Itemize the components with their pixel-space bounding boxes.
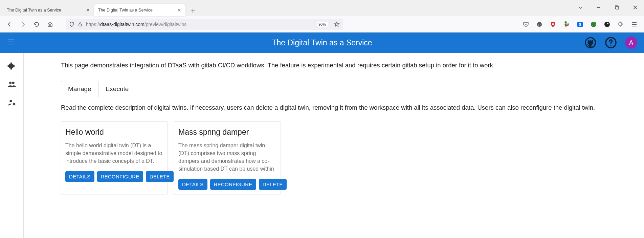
svg-rect-2 xyxy=(79,24,82,26)
close-tab-icon[interactable]: ✕ xyxy=(85,7,91,13)
browser-tab-title: The Digital Twin as a Service xyxy=(7,8,61,13)
svg-text:S: S xyxy=(579,22,581,26)
header-actions: A xyxy=(584,37,637,49)
digital-twin-card: Hello world The hello world digital twin… xyxy=(61,121,168,195)
card-description: The hello world digital twin (DT) is a s… xyxy=(65,142,163,165)
app-title: The Digital Twin as a Service xyxy=(272,38,372,47)
svg-point-10 xyxy=(604,22,610,27)
skype-icon[interactable]: S xyxy=(577,21,583,27)
svg-point-16 xyxy=(12,82,14,84)
url-text: https://dtaas-digitaltwin.com/preview/di… xyxy=(86,22,313,27)
close-tab-icon[interactable]: ✕ xyxy=(177,7,182,13)
reload-button[interactable] xyxy=(31,19,42,30)
browser-tab[interactable]: The Digital Twin as a Service ✕ xyxy=(94,4,185,16)
user-avatar[interactable]: A xyxy=(625,37,637,49)
browser-tab-title: The Digital Twin as a Service xyxy=(98,8,153,13)
zoom-level[interactable]: 90% xyxy=(316,22,328,27)
close-window-icon[interactable] xyxy=(629,3,641,12)
address-bar[interactable]: https://dtaas-digitaltwin.com/preview/di… xyxy=(66,19,343,30)
card-description: The mass spring damper digital twin (DT)… xyxy=(178,142,276,173)
extensions-puzzle-icon[interactable] xyxy=(618,21,624,27)
delete-button[interactable]: DELETE xyxy=(146,171,174,182)
svg-point-8 xyxy=(591,22,596,27)
bookmark-star-icon[interactable] xyxy=(334,21,340,27)
github-icon[interactable] xyxy=(584,37,597,49)
digital-twin-card: Mass spring damper The mass spring dampe… xyxy=(174,121,281,195)
nav-sidebar xyxy=(0,53,24,238)
shield-icon[interactable] xyxy=(69,22,74,27)
chevron-down-icon[interactable] xyxy=(574,3,586,12)
svg-point-18 xyxy=(13,103,15,105)
lock-icon[interactable] xyxy=(78,22,83,27)
puzzle-icon[interactable] xyxy=(7,62,16,70)
main-content: This page demonstrates integration of DT… xyxy=(24,53,644,238)
browser-toolbar: https://dtaas-digitaltwin.com/preview/di… xyxy=(0,16,644,33)
card-title: Hello world xyxy=(65,128,163,137)
delete-button[interactable]: DELETE xyxy=(259,179,287,190)
svg-point-17 xyxy=(9,100,12,102)
details-button[interactable]: DETAILS xyxy=(178,179,207,190)
back-button[interactable] xyxy=(4,19,15,30)
intro-text: This page demonstrates integration of DT… xyxy=(61,61,617,70)
extension-icon[interactable] xyxy=(604,21,610,27)
settings-users-icon[interactable] xyxy=(7,98,16,107)
svg-point-14 xyxy=(610,45,612,46)
manage-description: Read the complete description of digital… xyxy=(61,97,617,112)
svg-rect-1 xyxy=(616,6,619,9)
privacy-badger-icon[interactable]: P xyxy=(536,21,542,27)
card-actions: DETAILS RECONFIGURE DELETE xyxy=(178,179,276,190)
pocket-icon[interactable] xyxy=(523,21,529,27)
app-body: This page demonstrates integration of DT… xyxy=(0,53,644,238)
forward-button[interactable] xyxy=(18,19,28,30)
home-button[interactable] xyxy=(45,19,55,30)
app-menu-icon[interactable] xyxy=(631,21,637,27)
reconfigure-button[interactable]: RECONFIGURE xyxy=(210,179,256,190)
tab-execute[interactable]: Execute xyxy=(98,81,136,97)
svg-point-15 xyxy=(9,82,12,84)
browser-tab-strip: The Digital Twin as a Service ✕ The Digi… xyxy=(0,0,644,16)
browser-tab[interactable]: The Digital Twin as a Service ✕ xyxy=(3,4,94,16)
svg-rect-5 xyxy=(552,23,554,25)
reconfigure-button[interactable]: RECONFIGURE xyxy=(97,171,143,182)
svg-text:P: P xyxy=(538,23,540,26)
maximize-window-icon[interactable] xyxy=(611,3,623,12)
content-tabs: Manage Execute xyxy=(61,81,617,97)
extension-icon[interactable] xyxy=(591,21,597,27)
new-tab-button[interactable] xyxy=(187,5,198,16)
window-controls xyxy=(574,3,641,12)
details-button[interactable]: DETAILS xyxy=(65,171,94,182)
tab-manage[interactable]: Manage xyxy=(61,81,98,97)
avatar-letter: A xyxy=(629,39,633,46)
ublock-icon[interactable] xyxy=(550,21,556,27)
menu-hamburger-icon[interactable] xyxy=(7,38,16,47)
app-header: The Digital Twin as a Service A xyxy=(0,33,644,53)
svg-point-11 xyxy=(607,23,608,24)
minimize-window-icon[interactable] xyxy=(593,3,605,12)
extension-icon[interactable]: 🦆 xyxy=(563,21,570,27)
card-actions: DETAILS RECONFIGURE DELETE xyxy=(65,171,163,182)
help-icon[interactable] xyxy=(605,37,617,49)
users-icon[interactable] xyxy=(7,80,16,89)
toolbar-extensions: P 🦆 S xyxy=(523,21,640,27)
cards-row: Hello world The hello world digital twin… xyxy=(61,121,617,195)
card-title: Mass spring damper xyxy=(178,128,276,137)
